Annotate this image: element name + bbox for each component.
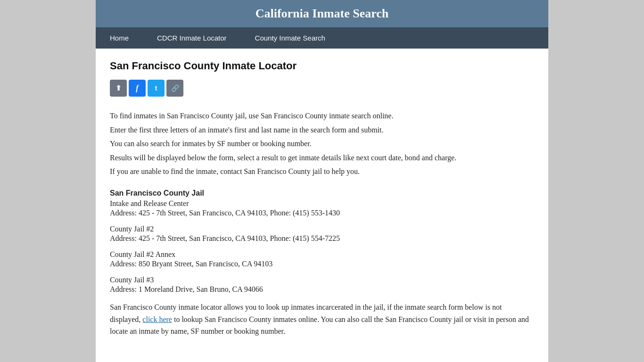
copy-link-button[interactable]: 🔗 xyxy=(166,80,183,97)
twitter-button[interactable]: t xyxy=(148,80,165,97)
footer-text-2: to lookup San Francisco County inmates o… xyxy=(110,315,529,336)
description-line-2: Enter the first three letters of an inma… xyxy=(110,124,534,136)
description-block: To find inmates in San Francisco County … xyxy=(110,110,534,178)
nav-item-cdcr[interactable]: CDCR Inmate Locator xyxy=(143,27,241,49)
description-line-4: Results will be displayed below the form… xyxy=(110,152,534,164)
nav-item-home[interactable]: Home xyxy=(96,27,143,49)
site-title: California Inmate Search xyxy=(105,7,539,21)
jail-section-title: San Francisco County Jail xyxy=(110,189,534,197)
main-content: San Francisco County Inmate Locator ⬆ f … xyxy=(96,49,548,356)
facility-3-address: Address: 850 Bryant Street, San Francisc… xyxy=(110,260,534,268)
click-here-link[interactable]: click here xyxy=(142,315,172,323)
page-title: San Francisco County Inmate Locator xyxy=(110,60,534,72)
facility-2: County Jail #2 Address: 425 - 7th Street… xyxy=(110,225,534,243)
facebook-icon: f xyxy=(136,84,138,92)
share-button[interactable]: ⬆ xyxy=(110,80,127,97)
share-icon: ⬆ xyxy=(116,84,122,92)
footer-paragraph: San Francisco County inmate locator allo… xyxy=(110,301,534,337)
page-wrapper: California Inmate Search Home CDCR Inmat… xyxy=(96,0,548,362)
nav-item-county[interactable]: County Inmate Search xyxy=(241,27,339,49)
footer-text: San Francisco County inmate locator allo… xyxy=(110,301,534,337)
facility-1: Intake and Release Center Address: 425 -… xyxy=(110,199,534,217)
facility-1-name: Intake and Release Center xyxy=(110,199,534,208)
social-share-bar: ⬆ f t 🔗 xyxy=(110,80,534,97)
link-icon: 🔗 xyxy=(171,84,179,92)
description-line-3: You can also search for inmates by SF nu… xyxy=(110,138,534,150)
facility-3-name: County Jail #2 Annex xyxy=(110,250,534,259)
site-header: California Inmate Search xyxy=(96,0,548,27)
description-line-1: To find inmates in San Francisco County … xyxy=(110,110,534,122)
facility-4-name: County Jail #3 xyxy=(110,276,534,284)
main-nav: Home CDCR Inmate Locator County Inmate S… xyxy=(96,27,548,49)
facility-4-address: Address: 1 Moreland Drive, San Bruno, CA… xyxy=(110,285,534,294)
facebook-button[interactable]: f xyxy=(129,80,146,97)
facility-1-address: Address: 425 - 7th Street, San Francisco… xyxy=(110,209,534,217)
jail-section: San Francisco County Jail Intake and Rel… xyxy=(110,189,534,294)
facility-4: County Jail #3 Address: 1 Moreland Drive… xyxy=(110,276,534,294)
description-line-5: If you are unable to find the inmate, co… xyxy=(110,165,534,178)
facility-3: County Jail #2 Annex Address: 850 Bryant… xyxy=(110,250,534,268)
facility-2-name: County Jail #2 xyxy=(110,225,534,233)
twitter-icon: t xyxy=(155,84,157,92)
facility-2-address: Address: 425 - 7th Street, San Francisco… xyxy=(110,234,534,243)
